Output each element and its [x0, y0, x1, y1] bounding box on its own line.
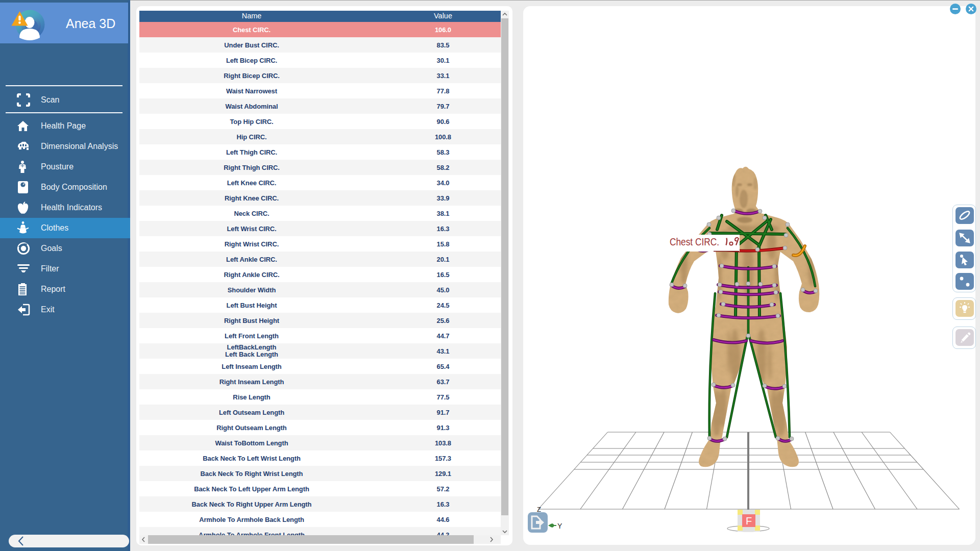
svg-text:Z: Z — [537, 506, 541, 513]
svg-text:Y: Y — [557, 522, 562, 530]
svg-text:Chest CIRC.: Chest CIRC. — [670, 236, 719, 247]
svg-text:F: F — [746, 515, 752, 527]
